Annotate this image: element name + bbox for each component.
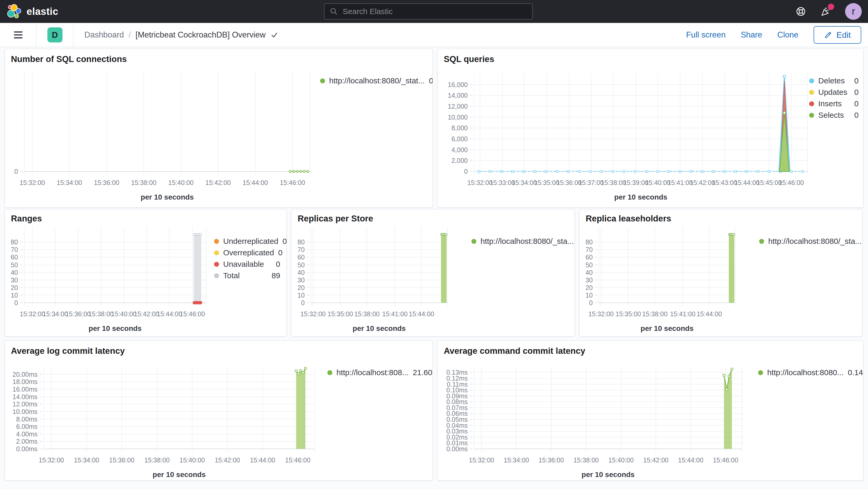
chart-legend: http://localhost:8080/_stat...0 xyxy=(320,75,426,87)
svg-text:15:40:00: 15:40:00 xyxy=(608,456,633,464)
svg-text:14.00ms: 14.00ms xyxy=(12,393,37,400)
user-avatar[interactable]: r xyxy=(845,3,862,20)
legend-value: 0 xyxy=(854,111,859,120)
legend-item[interactable]: Underreplicated0 xyxy=(214,236,280,247)
svg-text:0: 0 xyxy=(14,168,18,175)
help-button[interactable] xyxy=(795,6,807,17)
panel-title: Replica leaseholders xyxy=(580,210,862,225)
svg-text:per 10 seconds: per 10 seconds xyxy=(582,470,635,479)
svg-text:0: 0 xyxy=(301,299,305,306)
legend-label: Total xyxy=(223,271,240,280)
hamburger-icon xyxy=(13,31,23,39)
legend-item[interactable]: Unavailable0 xyxy=(214,258,280,270)
svg-text:16,000: 16,000 xyxy=(448,81,468,88)
svg-text:15:38:00: 15:38:00 xyxy=(601,179,626,186)
global-header: elastic xyxy=(0,0,868,23)
search-input[interactable] xyxy=(342,7,527,16)
news-button[interactable] xyxy=(820,6,832,17)
svg-text:16.00ms: 16.00ms xyxy=(12,386,37,393)
svg-text:15:41:00: 15:41:00 xyxy=(382,310,408,317)
svg-text:15:35:00: 15:35:00 xyxy=(534,179,559,186)
panel-title: Ranges xyxy=(5,210,286,225)
svg-text:15:36:00: 15:36:00 xyxy=(109,456,134,464)
legend-value: 0 xyxy=(276,260,280,269)
svg-text:50: 50 xyxy=(298,261,305,269)
legend-item[interactable]: http://localhost:8080/_sta...89 xyxy=(759,236,856,247)
space-badge: D xyxy=(48,27,62,42)
svg-text:80: 80 xyxy=(585,238,593,246)
svg-text:0: 0 xyxy=(464,168,468,175)
svg-text:15:33:00: 15:33:00 xyxy=(490,179,515,186)
legend-item[interactable]: http://localhost:8080...0.14ms xyxy=(758,367,857,378)
svg-text:15:38:00: 15:38:00 xyxy=(354,310,379,317)
legend-swatch xyxy=(758,370,763,375)
svg-text:2.00ms: 2.00ms xyxy=(16,438,37,445)
sql-connections-chart[interactable]: 015:32:0015:34:0015:36:0015:38:0015:40:0… xyxy=(5,67,433,208)
legend-item[interactable]: Selects0 xyxy=(809,110,859,121)
svg-text:15:41:00: 15:41:00 xyxy=(670,310,695,317)
svg-text:20: 20 xyxy=(11,284,18,291)
svg-text:15:35:00: 15:35:00 xyxy=(616,310,641,317)
svg-text:70: 70 xyxy=(11,246,18,253)
panel-title: Average log commit latency xyxy=(5,341,433,359)
svg-text:15:40:00: 15:40:00 xyxy=(180,456,205,464)
svg-text:30: 30 xyxy=(298,276,305,284)
legend-label: Overreplicated xyxy=(223,248,274,257)
svg-text:40: 40 xyxy=(298,269,305,276)
svg-text:4,000: 4,000 xyxy=(451,146,468,153)
svg-text:15:35:00: 15:35:00 xyxy=(328,310,353,317)
svg-text:4.00ms: 4.00ms xyxy=(16,430,37,438)
legend-item[interactable]: Overreplicated0 xyxy=(214,247,280,258)
legend-item[interactable]: Total89 xyxy=(214,270,280,281)
legend-item[interactable]: http://localhost:808...21.60ms xyxy=(328,367,426,378)
svg-text:15:34:00: 15:34:00 xyxy=(74,456,99,464)
legend-item[interactable]: Deletes0 xyxy=(809,75,859,87)
svg-text:15:37:00: 15:37:00 xyxy=(579,179,604,186)
full-screen-button[interactable]: Full screen xyxy=(686,30,726,40)
sql-queries-chart[interactable]: 02,0004,0006,0008,00010,00012,00014,0001… xyxy=(437,67,864,208)
svg-text:15:42:00: 15:42:00 xyxy=(643,456,669,464)
global-search[interactable] xyxy=(324,3,533,20)
nav-menu-button[interactable] xyxy=(0,23,36,47)
legend-swatch xyxy=(759,239,764,244)
chart-legend: http://localhost:8080/_sta...89 xyxy=(759,236,856,247)
space-switcher-button[interactable]: D xyxy=(36,23,73,47)
svg-text:per 10 seconds: per 10 seconds xyxy=(153,470,206,479)
svg-text:15:44:00: 15:44:00 xyxy=(243,179,268,186)
svg-text:50: 50 xyxy=(11,261,18,269)
legend-item[interactable]: http://localhost:8080/_sta...89 xyxy=(471,236,568,247)
svg-text:20.00ms: 20.00ms xyxy=(12,371,37,378)
svg-text:15:38:00: 15:38:00 xyxy=(88,310,114,317)
legend-swatch xyxy=(214,262,219,267)
breadcrumb-dashboard-link[interactable]: Dashboard xyxy=(84,30,124,40)
svg-text:per 10 seconds: per 10 seconds xyxy=(352,324,406,332)
svg-text:per 10 seconds: per 10 seconds xyxy=(641,324,694,332)
legend-swatch xyxy=(809,90,814,95)
panel-average-command-commit-latency: Average command commit latency 0.00ms0.0… xyxy=(437,340,864,481)
svg-text:12.00ms: 12.00ms xyxy=(12,400,37,408)
svg-text:15:36:00: 15:36:00 xyxy=(556,179,582,186)
legend-item[interactable]: http://localhost:8080/_stat...0 xyxy=(320,75,426,87)
elastic-logo[interactable]: elastic xyxy=(7,0,58,23)
legend-value: 0.14ms xyxy=(848,368,864,377)
legend-label: Deletes xyxy=(818,77,845,85)
share-button[interactable]: Share xyxy=(741,30,762,40)
legend-item[interactable]: Updates0 xyxy=(809,87,859,98)
dashboard-title-control[interactable]: [Metricbeat CockroachDB] Overview xyxy=(135,30,278,40)
notification-dot xyxy=(828,4,834,10)
chart-legend: http://localhost:8080/_sta...89 xyxy=(471,236,568,247)
legend-value: 89 xyxy=(272,271,280,280)
svg-text:70: 70 xyxy=(585,246,593,253)
svg-text:15:44:00: 15:44:00 xyxy=(678,456,704,464)
panel-title: SQL queries xyxy=(437,49,863,67)
svg-text:15:44:00: 15:44:00 xyxy=(409,310,434,317)
svg-text:15:40:00: 15:40:00 xyxy=(645,179,670,186)
clone-button[interactable]: Clone xyxy=(777,30,799,40)
legend-value: 0 xyxy=(854,88,859,97)
svg-text:15:34:00: 15:34:00 xyxy=(504,456,529,464)
svg-text:15:46:00: 15:46:00 xyxy=(713,456,738,464)
legend-item[interactable]: Inserts0 xyxy=(809,98,859,110)
panel-title: Replicas per Store xyxy=(291,210,575,225)
svg-text:15:45:00: 15:45:00 xyxy=(756,179,782,186)
edit-button[interactable]: Edit xyxy=(813,26,861,44)
